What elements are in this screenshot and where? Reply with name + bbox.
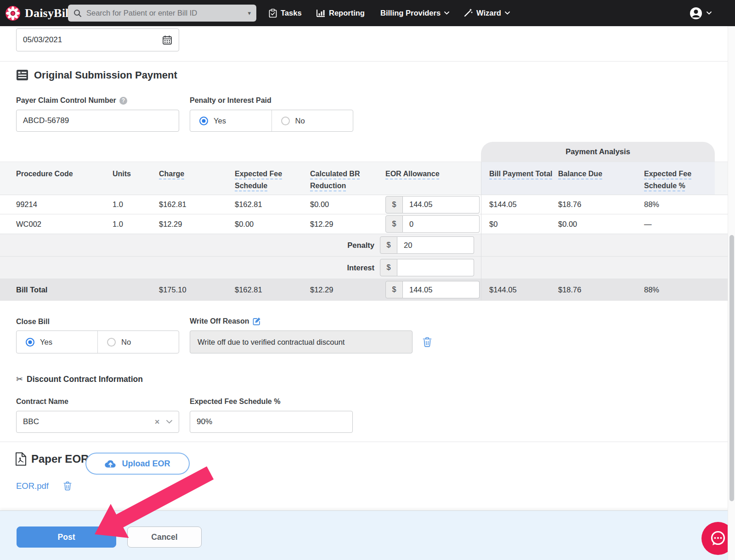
- total-eor-allowance-input[interactable]: [403, 281, 480, 298]
- col-header-cbr-text[interactable]: Calculated BR Reduction: [310, 168, 369, 192]
- currency-addon: $: [385, 196, 403, 213]
- cell-expected-fee-schedule-pct: —: [644, 220, 707, 229]
- nav-reporting-label: Reporting: [329, 9, 365, 17]
- search-dropdown-chevron-icon[interactable]: ▾: [248, 10, 251, 17]
- upload-eor-label: Upload EOR: [122, 459, 170, 469]
- panel-divider: [481, 234, 481, 257]
- nav-wizard-label: Wizard: [476, 9, 501, 17]
- nav-billing-providers[interactable]: Billing Providers: [380, 0, 449, 26]
- table-row: 99214 1.0 $162.81 $162.81 $0.00 $ $144.0…: [0, 195, 728, 214]
- edit-icon[interactable]: [253, 317, 261, 325]
- radio-selected-icon[interactable]: [26, 338, 34, 347]
- payment-table: Procedure Code Units Charge Expected Fee…: [0, 162, 728, 301]
- cloud-upload-icon: [105, 459, 116, 468]
- col-header-eor-text[interactable]: EOR Allowance: [385, 170, 440, 178]
- panel-divider: [481, 214, 481, 234]
- brand-logo[interactable]: DaisyBill: [5, 5, 72, 22]
- efs-pct-label: Expected Fee Schedule %: [190, 398, 280, 406]
- nav-tasks-label: Tasks: [281, 9, 302, 17]
- col-header-units: Units: [113, 168, 159, 180]
- chevron-down-icon: [707, 11, 712, 15]
- currency-addon: $: [380, 236, 397, 254]
- write-off-reason-box[interactable]: Write off due to verified contractual di…: [190, 330, 413, 353]
- search-input[interactable]: Search for Patient or enter Bill ID ▾: [68, 5, 256, 22]
- calendar-icon[interactable]: [162, 35, 172, 45]
- efs-pct-label-text: Expected Fee Schedule %: [190, 398, 280, 406]
- cell-total-calculated-br-reduction: $12.29: [310, 286, 385, 294]
- discount-contract-title: ✂ Discount Contract Information: [16, 374, 143, 384]
- radio-selected-icon[interactable]: [199, 117, 208, 125]
- chevron-down-icon[interactable]: [166, 420, 172, 424]
- close-bill-label: Close Bill: [16, 318, 50, 326]
- eor-allowance-input[interactable]: [403, 196, 480, 213]
- penalty-paid-label-text: Penalty or Interest Paid: [190, 96, 271, 105]
- eor-allowance-input-group: $: [385, 215, 480, 233]
- delete-write-off-trash-icon[interactable]: [423, 337, 432, 347]
- date-input[interactable]: 05/03/2021: [16, 28, 179, 51]
- payment-analysis-header: Payment Analysis: [481, 142, 715, 162]
- col-header-efs-text[interactable]: Expected Fee Schedule: [235, 168, 290, 192]
- cell-procedure-code: WC002: [16, 220, 113, 229]
- user-menu[interactable]: [689, 0, 712, 26]
- clear-selection-icon[interactable]: ✕: [154, 418, 160, 426]
- col-header-eor-allowance: EOR Allowance: [385, 168, 481, 180]
- col-header-charge-text[interactable]: Charge: [159, 170, 184, 178]
- cell-units: 1.0: [113, 200, 159, 209]
- cell-eor-allowance: $: [385, 215, 481, 233]
- payer-claim-input[interactable]: ABCD-56789: [16, 110, 179, 132]
- close-bill-radio-group: Yes No: [16, 330, 179, 353]
- receipt-icon: [16, 69, 28, 81]
- penalty-paid-no-option[interactable]: No: [271, 110, 353, 131]
- scrollbar-track[interactable]: [728, 26, 735, 560]
- col-header-procedure-code: Procedure Code: [16, 168, 113, 180]
- cell-total-expected-fee-schedule-pct: 88%: [644, 286, 707, 294]
- post-button[interactable]: Post: [17, 526, 116, 548]
- cell-expected-fee-schedule: $162.81: [235, 200, 310, 209]
- panel-divider: [481, 279, 481, 301]
- nav-tasks[interactable]: Tasks: [269, 0, 302, 26]
- upload-eor-button[interactable]: Upload EOR: [85, 453, 190, 475]
- cell-eor-allowance: $: [385, 196, 481, 213]
- scissors-icon: ✂: [16, 374, 23, 384]
- table-row: WC002 1.0 $12.29 $0.00 $12.29 $ $0 $0.00…: [0, 214, 728, 234]
- cell-calculated-br-reduction: $0.00: [310, 200, 385, 209]
- close-bill-yes-option[interactable]: Yes: [17, 331, 97, 353]
- cell-balance-due: $0.00: [558, 220, 644, 229]
- help-icon[interactable]: ?: [119, 97, 127, 105]
- penalty-input[interactable]: [397, 236, 474, 254]
- penalty-paid-yes-option[interactable]: Yes: [190, 110, 271, 131]
- contract-name-label: Contract Name: [16, 398, 68, 406]
- eor-allowance-input[interactable]: [403, 215, 480, 233]
- col-header-efsp-text[interactable]: Expected Fee Schedule %: [644, 168, 699, 192]
- cancel-button[interactable]: Cancel: [127, 526, 202, 548]
- col-header-charge: Charge: [159, 168, 235, 180]
- section-divider: [0, 61, 735, 62]
- write-off-label-text: Write Off Reason: [190, 317, 249, 325]
- contract-name-select[interactable]: BBC ✕: [16, 411, 179, 433]
- efs-pct-input[interactable]: 90%: [190, 411, 353, 433]
- magic-wand-icon: [463, 8, 473, 18]
- scrollbar-thumb[interactable]: [729, 235, 734, 501]
- col-header-bpt-text[interactable]: Bill Payment Total: [489, 170, 553, 178]
- penalty-paid-no-label: No: [295, 117, 305, 125]
- radio-unselected-icon[interactable]: [107, 338, 116, 347]
- bill-total-label: Bill Total: [16, 286, 113, 294]
- close-bill-no-option[interactable]: No: [97, 331, 179, 353]
- cell-charge: $12.29: [159, 220, 235, 229]
- close-bill-yes-label: Yes: [40, 338, 52, 347]
- radio-unselected-icon[interactable]: [281, 117, 290, 125]
- date-value: 05/03/2021: [23, 35, 62, 45]
- interest-input[interactable]: [397, 259, 474, 276]
- nav-wizard[interactable]: Wizard: [463, 0, 510, 26]
- payment-section-title: Original Submission Payment: [16, 69, 177, 81]
- contract-name-value: BBC: [23, 417, 39, 426]
- cell-balance-due: $18.76: [558, 200, 644, 209]
- col-header-bd-text[interactable]: Balance Due: [558, 170, 602, 178]
- currency-addon: $: [380, 259, 397, 276]
- delete-eor-file-trash-icon[interactable]: [63, 481, 72, 491]
- payment-analysis-title: Payment Analysis: [565, 147, 630, 156]
- table-header-row: Procedure Code Units Charge Expected Fee…: [0, 162, 728, 195]
- eor-file-link[interactable]: EOR.pdf: [16, 481, 49, 491]
- nav-reporting[interactable]: Reporting: [316, 0, 365, 26]
- cell-total-eor-allowance: $: [385, 281, 481, 298]
